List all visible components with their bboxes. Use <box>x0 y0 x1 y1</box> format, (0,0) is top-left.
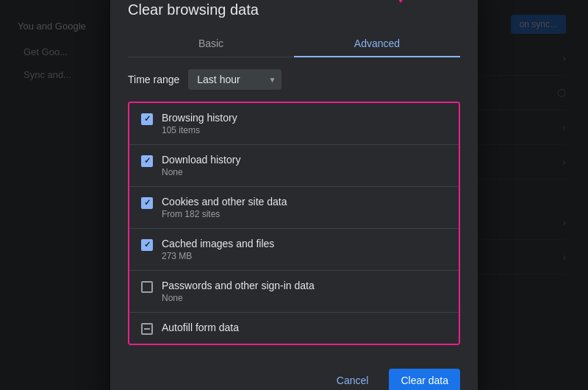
dialog-title: Clear browsing data <box>128 1 460 18</box>
clear-browsing-data-dialog: Clear browsing data Basic Advanced Time … <box>110 0 478 390</box>
checkmark-icon-2: ✓ <box>144 157 151 165</box>
item-title-browsing-history: Browsing history <box>162 112 447 124</box>
checkbox-autofill[interactable] <box>141 323 153 335</box>
item-text-cached: Cached images and files 273 MB <box>162 238 447 261</box>
checkmark-icon-3: ✓ <box>144 199 151 207</box>
item-sub-cookies: From 182 sites <box>162 209 447 219</box>
item-text-browsing-history: Browsing history 105 items <box>162 112 447 135</box>
checkbox-download-history[interactable]: ✓ <box>141 155 153 167</box>
dialog-header: Clear browsing data Basic Advanced <box>110 0 478 57</box>
time-range-select-wrapper[interactable]: Last hour Last 24 hours Last 7 days Last… <box>188 69 282 90</box>
item-title-cookies: Cookies and other site data <box>162 196 447 208</box>
item-text-autofill: Autofill form data <box>162 322 447 335</box>
time-range-select[interactable]: Last hour Last 24 hours Last 7 days Last… <box>188 69 282 90</box>
item-row-browsing-history: ✓ Browsing history 105 items <box>129 103 459 145</box>
checkmark-icon-4: ✓ <box>144 241 151 249</box>
item-sub-passwords: None <box>162 293 447 303</box>
item-text-passwords: Passwords and other sign-in data None <box>162 280 447 303</box>
item-title-cached: Cached images and files <box>162 238 447 249</box>
dialog-tabs[interactable]: Basic Advanced <box>128 30 460 57</box>
cancel-button[interactable]: Cancel <box>325 369 381 391</box>
item-row-cookies: ✓ Cookies and other site data From 182 s… <box>129 187 459 229</box>
item-row-download-history: ✓ Download history None <box>129 145 459 187</box>
item-title-passwords: Passwords and other sign-in data <box>162 280 447 291</box>
item-row-autofill: Autofill form data <box>129 313 459 344</box>
checkbox-cookies[interactable]: ✓ <box>141 197 153 209</box>
item-text-download-history: Download history None <box>162 154 447 177</box>
dialog-footer: Cancel Clear data <box>110 357 478 391</box>
clear-data-button[interactable]: Clear data <box>389 369 460 391</box>
checkbox-cached[interactable]: ✓ <box>141 239 153 251</box>
item-row-passwords: Passwords and other sign-in data None <box>129 271 459 313</box>
checkbox-browsing-history[interactable]: ✓ <box>141 113 153 125</box>
item-title-download-history: Download history <box>162 154 447 166</box>
item-sub-browsing-history: 105 items <box>162 125 447 135</box>
time-range-row: Time range Last hour Last 24 hours Last … <box>128 69 460 90</box>
tab-basic[interactable]: Basic <box>128 30 294 57</box>
item-sub-cached: 273 MB <box>162 251 447 261</box>
checkmark-icon: ✓ <box>144 115 151 123</box>
item-text-cookies: Cookies and other site data From 182 sit… <box>162 196 447 219</box>
time-range-label: Time range <box>128 74 179 85</box>
dialog-body: Time range Last hour Last 24 hours Last … <box>110 57 478 357</box>
item-row-cached: ✓ Cached images and files 273 MB <box>129 229 459 271</box>
checkbox-passwords[interactable] <box>141 281 153 293</box>
modal-overlay: Clear browsing data Basic Advanced Time … <box>0 0 588 390</box>
item-sub-download-history: None <box>162 167 447 177</box>
tab-advanced[interactable]: Advanced <box>294 30 460 57</box>
items-list: ✓ Browsing history 105 items ✓ Download … <box>128 102 460 345</box>
item-title-autofill: Autofill form data <box>162 322 447 333</box>
